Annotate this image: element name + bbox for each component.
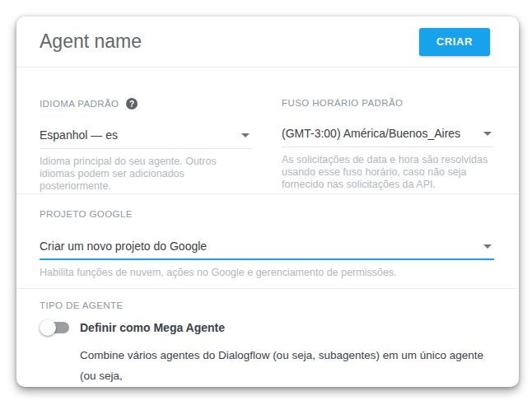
- timezone-field: FUSO HORÁRIO PADRÃO (GMT-3:00) América/B…: [282, 98, 494, 193]
- agent-type-section: TIPO DE AGENTE Definir como Mega Agente …: [16, 289, 519, 387]
- project-helper-text: Habilita funções de nuvem, ações no Goog…: [40, 267, 494, 279]
- create-agent-card: CRIAR IDIOMA PADRÃO ? Espanhol — es Idio…: [16, 16, 519, 387]
- language-timezone-section: IDIOMA PADRÃO ? Espanhol — es Idioma pri…: [16, 68, 519, 193]
- agent-type-label: TIPO DE AGENTE: [40, 300, 494, 310]
- timezone-select-value: (GMT-3:00) América/Buenos_Aires: [282, 127, 460, 140]
- language-select-value: Espanhol — es: [40, 128, 118, 142]
- timezone-helper-text: As solicitações de data e hora são resol…: [282, 154, 494, 191]
- agent-name-input[interactable]: [40, 30, 311, 53]
- timezone-label-text: FUSO HORÁRIO PADRÃO: [282, 98, 403, 108]
- mega-agent-toggle-label: Definir como Mega Agente: [80, 321, 225, 334]
- timezone-select[interactable]: (GMT-3:00) América/Buenos_Aires: [282, 127, 494, 147]
- mega-agent-description-line1: Combine vários agentes do Dialogflow (ou…: [80, 349, 483, 382]
- language-label-text: IDIOMA PADRÃO: [40, 99, 119, 109]
- google-project-section: PROJETO GOOGLE Criar um novo projeto do …: [16, 194, 519, 288]
- mega-agent-toggle-row: Definir como Mega Agente: [40, 319, 494, 336]
- chevron-down-icon: [241, 133, 250, 137]
- project-select[interactable]: Criar um novo projeto do Google: [40, 240, 494, 260]
- mega-agent-description: Combine vários agentes do Dialogflow (ou…: [80, 345, 494, 387]
- agent-type-label-text: TIPO DE AGENTE: [40, 300, 123, 310]
- chevron-down-icon: [483, 132, 492, 136]
- language-select[interactable]: Espanhol — es: [40, 128, 252, 149]
- language-field: IDIOMA PADRÃO ? Espanhol — es Idioma pri…: [40, 98, 252, 193]
- project-label: PROJETO GOOGLE: [40, 209, 494, 219]
- language-label: IDIOMA PADRÃO ?: [40, 98, 252, 109]
- chevron-down-icon: [483, 244, 492, 249]
- project-label-text: PROJETO GOOGLE: [40, 209, 133, 219]
- mega-agent-toggle[interactable]: [40, 319, 70, 336]
- toggle-thumb-icon: [40, 319, 56, 336]
- card-header: CRIAR: [16, 16, 519, 67]
- create-button[interactable]: CRIAR: [419, 28, 490, 56]
- help-icon[interactable]: ?: [126, 98, 138, 109]
- timezone-label: FUSO HORÁRIO PADRÃO: [282, 98, 494, 108]
- project-select-value: Criar um novo projeto do Google: [40, 240, 207, 253]
- language-helper-text: Idioma principal do seu agente. Outros i…: [40, 156, 252, 193]
